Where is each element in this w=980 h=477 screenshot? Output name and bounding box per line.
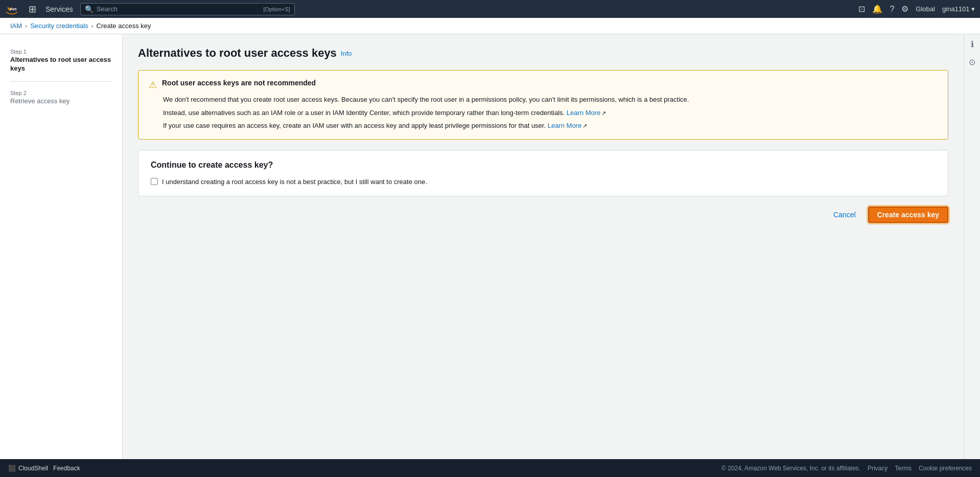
terminal-footer-icon: ⬛ bbox=[8, 465, 16, 472]
step2-label: Step 2 bbox=[10, 90, 112, 96]
sidebar: Step 1 Alternatives to root user access … bbox=[0, 34, 123, 459]
understand-checkbox[interactable] bbox=[151, 178, 158, 185]
warning-icon: ⚠ bbox=[149, 79, 157, 90]
cloudshell-button[interactable]: ⬛ CloudShell bbox=[8, 465, 48, 472]
warning-body: We don't recommend that you create root … bbox=[149, 95, 938, 131]
cookie-link[interactable]: Cookie preferences bbox=[919, 465, 972, 472]
footer-left: ⬛ CloudShell Feedback bbox=[8, 465, 80, 472]
aws-logo[interactable]: aws bbox=[5, 4, 21, 14]
warning-title: Root user access keys are not recommende… bbox=[162, 79, 316, 87]
checkbox-label[interactable]: I understand creating a root access key … bbox=[162, 178, 427, 186]
search-input[interactable] bbox=[97, 5, 261, 13]
sidebar-step-2: Step 2 Retrieve access key bbox=[0, 86, 122, 110]
continue-title: Continue to create access key? bbox=[151, 161, 936, 170]
footer: ⬛ CloudShell Feedback © 2024, Amazon Web… bbox=[0, 459, 980, 477]
breadcrumb-security-credentials[interactable]: Security credentials bbox=[30, 22, 88, 30]
info-circle-icon[interactable]: ℹ bbox=[971, 39, 974, 49]
region-selector[interactable]: Global bbox=[916, 5, 935, 13]
feedback-button[interactable]: Feedback bbox=[53, 465, 80, 472]
breadcrumb-sep-2: › bbox=[91, 22, 94, 30]
search-shortcut: [Option+S] bbox=[263, 6, 290, 12]
terms-link[interactable]: Terms bbox=[895, 465, 912, 472]
page-heading-row: Alternatives to root user access keys In… bbox=[138, 47, 948, 60]
settings-panel-icon[interactable]: ⊙ bbox=[969, 57, 975, 67]
warning-body-3: If your use case requires an access key,… bbox=[163, 121, 938, 131]
cancel-button[interactable]: Cancel bbox=[827, 208, 862, 222]
step1-title: Alternatives to root user access keys bbox=[10, 56, 112, 73]
continue-box: Continue to create access key? I underst… bbox=[138, 150, 948, 196]
top-navigation: aws ⊞ Services 🔍 [Option+S] ⊡ 🔔 ? ⚙ Glob… bbox=[0, 0, 980, 18]
terminal-icon[interactable]: ⊡ bbox=[858, 4, 865, 14]
step2-title: Retrieve access key bbox=[10, 97, 112, 106]
settings-icon[interactable]: ⚙ bbox=[901, 4, 908, 14]
user-menu[interactable]: gina1101 ▾ bbox=[942, 5, 975, 13]
breadcrumb-current: Create access key bbox=[97, 22, 151, 30]
main-content: Alternatives to root user access keys In… bbox=[123, 34, 964, 459]
warning-learn-more-2[interactable]: Learn More bbox=[548, 122, 581, 129]
warning-body-2: Instead, use alternatives such as an IAM… bbox=[163, 108, 938, 118]
svg-text:aws: aws bbox=[10, 6, 17, 11]
services-menu[interactable]: Services bbox=[43, 5, 75, 13]
warning-header: ⚠ Root user access keys are not recommen… bbox=[149, 79, 938, 90]
right-panel: ℹ ⊙ bbox=[964, 34, 980, 459]
step1-label: Step 1 bbox=[10, 49, 112, 55]
breadcrumb-iam[interactable]: IAM bbox=[10, 22, 22, 30]
button-row: Cancel Create access key bbox=[138, 207, 948, 223]
grid-icon[interactable]: ⊞ bbox=[27, 4, 38, 15]
search-bar[interactable]: 🔍 [Option+S] bbox=[80, 3, 295, 15]
warning-body-1: We don't recommend that you create root … bbox=[163, 95, 938, 105]
checkbox-row: I understand creating a root access key … bbox=[151, 178, 936, 186]
help-icon[interactable]: ? bbox=[890, 5, 894, 14]
copyright-text: © 2024, Amazon Web Services, Inc. or its… bbox=[721, 465, 860, 472]
info-link[interactable]: Info bbox=[341, 50, 352, 57]
breadcrumb-sep-1: › bbox=[25, 22, 27, 30]
search-icon: 🔍 bbox=[85, 5, 94, 13]
page-title: Alternatives to root user access keys bbox=[138, 47, 337, 60]
warning-box: ⚠ Root user access keys are not recommen… bbox=[138, 70, 948, 140]
external-icon-2: ↗ bbox=[582, 123, 587, 129]
sidebar-divider bbox=[10, 81, 112, 82]
external-icon-1: ↗ bbox=[601, 110, 606, 116]
sidebar-step-1: Step 1 Alternatives to root user access … bbox=[0, 44, 122, 77]
create-access-key-button[interactable]: Create access key bbox=[868, 207, 948, 223]
bell-icon[interactable]: 🔔 bbox=[872, 4, 882, 14]
footer-right: © 2024, Amazon Web Services, Inc. or its… bbox=[721, 465, 972, 472]
main-layout: Step 1 Alternatives to root user access … bbox=[0, 34, 980, 459]
warning-learn-more-1[interactable]: Learn More bbox=[567, 109, 600, 117]
breadcrumb: IAM › Security credentials › Create acce… bbox=[0, 18, 980, 34]
privacy-link[interactable]: Privacy bbox=[868, 465, 888, 472]
nav-right-actions: ⊡ 🔔 ? ⚙ Global gina1101 ▾ bbox=[858, 4, 975, 14]
